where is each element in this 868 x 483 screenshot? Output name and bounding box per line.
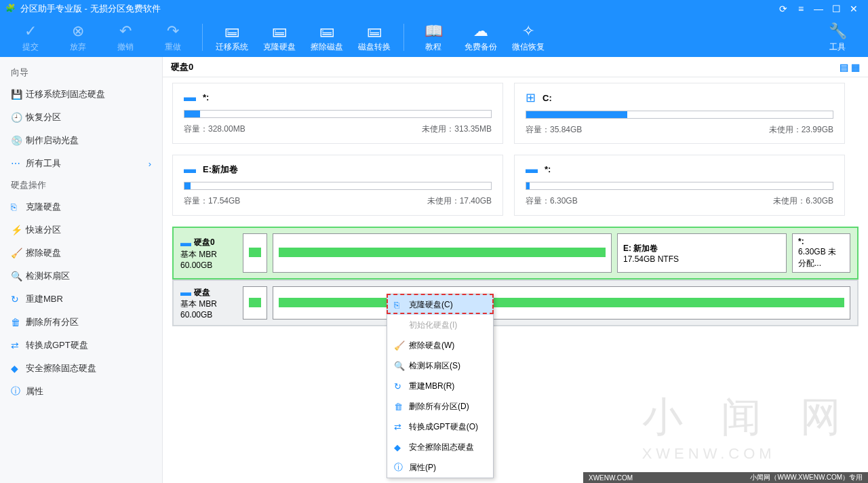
sidebar-icon: 💾 [11, 89, 26, 100]
context-menu-item[interactable]: ⓘ属性(P) [387, 457, 493, 478]
menu-item-icon: 🧹 [394, 341, 409, 351]
sidebar-icon: ⚡ [11, 225, 26, 235]
wipe-button[interactable]: 🖴擦除磁盘 [303, 22, 351, 53]
wechat-button[interactable]: ✧微信恢复 [505, 22, 552, 53]
sidebar-icon: 🔍 [11, 271, 26, 282]
maximize-icon[interactable]: ☐ [827, 3, 845, 14]
commit-button[interactable]: ✓提交 [7, 22, 54, 53]
backup-icon: ☁ [473, 22, 488, 40]
partition-card[interactable]: ⊞C: 容量：35.84GB未使用：23.99GB [514, 83, 845, 144]
convert-icon: 🖴 [367, 22, 382, 40]
sidebar-item[interactable]: ⇄转换成GPT硬盘 [0, 334, 162, 357]
menu-item-label: 擦除硬盘(W) [409, 340, 454, 351]
disk-label: ▬硬盘0 基本 MBR60.00GB [180, 233, 237, 273]
capacity-label: 容量：35.84GB [526, 124, 582, 136]
menu-item-icon: 🗑 [394, 402, 409, 412]
wrench-icon: 🔧 [829, 22, 847, 40]
context-menu-item[interactable]: ⎘克隆硬盘(C) [387, 294, 493, 315]
menu-item-label: 初始化硬盘(I) [409, 320, 457, 331]
context-menu-item[interactable]: ◆安全擦除固态硬盘 [387, 437, 493, 457]
sidebar-item[interactable]: ↻重建MBR [0, 288, 162, 311]
menu-item-icon: 🔍 [394, 361, 409, 371]
usage-bar [526, 182, 833, 190]
window-title: 分区助手专业版 - 无损分区免费软件 [20, 3, 774, 15]
context-menu-item[interactable]: ↻重建MBR(R) [387, 376, 493, 396]
partition-segment[interactable] [243, 233, 267, 273]
partition-segment[interactable]: E: 新加卷17.54GB NTFS [617, 233, 787, 273]
context-menu-item[interactable]: 🗑删除所有分区(D) [387, 396, 493, 417]
usage-bar [526, 111, 833, 119]
view-switch-icon[interactable]: ▤ ▦ [840, 62, 860, 73]
redo-button[interactable]: ↷重做 [149, 22, 197, 53]
sidebar-icon: ⎘ [11, 201, 26, 212]
partition-sub: 6.30GB 未分配... [798, 246, 844, 269]
menu-item-icon: ⎘ [394, 300, 409, 310]
sidebar-item[interactable]: 🔍检测坏扇区 [0, 265, 162, 288]
disk-bar[interactable]: ▬硬盘0 基本 MBR60.00GBE: 新加卷17.54GB NTFS*:6.… [172, 227, 859, 279]
close-icon[interactable]: ✕ [845, 3, 863, 14]
sidebar-item[interactable]: 🗑删除所有分区 [0, 311, 162, 334]
context-menu: ⎘克隆硬盘(C)初始化硬盘(I)🧹擦除硬盘(W)🔍检测坏扇区(S)↻重建MBR(… [387, 294, 494, 478]
sidebar-item[interactable]: 🕘恢复分区 [0, 106, 162, 129]
drive-icon: ▬ [184, 90, 196, 104]
drive-name: E:新加卷 [203, 163, 238, 176]
context-menu-item[interactable]: 🧹擦除硬盘(W) [387, 335, 493, 355]
sidebar-item-label: 安全擦除固态硬盘 [26, 362, 96, 374]
disk-bars: ▬硬盘0 基本 MBR60.00GBE: 新加卷17.54GB NTFS*:6.… [163, 221, 868, 326]
free-label: 未使用：6.30GB [773, 195, 833, 207]
sidebar-item-label: 擦除硬盘 [26, 247, 61, 259]
sidebar-item[interactable]: 💿制作启动光盘 [0, 129, 162, 152]
cancel-icon: ⊗ [72, 22, 84, 40]
refresh-icon[interactable]: ⟳ [774, 3, 792, 14]
convert-button[interactable]: 🖴磁盘转换 [351, 22, 398, 53]
drive-icon: ▬ [184, 162, 196, 176]
context-menu-item: 初始化硬盘(I) [387, 315, 493, 335]
sidebar: 向导 💾迁移系统到固态硬盘🕘恢复分区💿制作启动光盘⋯所有工具› 硬盘操作 ⎘克隆… [0, 57, 163, 483]
partition-segment[interactable] [243, 286, 267, 320]
titlebar: 🧩 分区助手专业版 - 无损分区免费软件 ⟳ ≡ — ☐ ✕ [0, 0, 868, 18]
backup-button[interactable]: ☁免费备份 [457, 22, 505, 53]
partition-segment[interactable] [273, 286, 850, 320]
sidebar-icon: ⇄ [11, 340, 26, 351]
minimize-icon[interactable]: — [810, 3, 827, 14]
disk-label: ▬硬盘 基本 MBR60.00GB [180, 286, 237, 320]
main: 向导 💾迁移系统到固态硬盘🕘恢复分区💿制作启动光盘⋯所有工具› 硬盘操作 ⎘克隆… [0, 57, 868, 483]
sidebar-icon: ⋯ [11, 158, 26, 169]
tutorial-button[interactable]: 📖教程 [410, 22, 457, 53]
partition-card[interactable]: ▬*: 容量：328.00MB未使用：313.35MB [172, 83, 503, 144]
disk-bar[interactable]: ▬硬盘 基本 MBR60.00GB [172, 279, 859, 326]
sidebar-item[interactable]: ⋯所有工具› [0, 152, 162, 175]
partition-segment[interactable] [273, 233, 612, 273]
clone-button[interactable]: 🖴克隆硬盘 [256, 22, 303, 53]
discard-button[interactable]: ⊗放弃 [54, 22, 102, 53]
sidebar-item-label: 转换成GPT硬盘 [26, 339, 88, 351]
partition-segment[interactable]: *:6.30GB 未分配... [792, 233, 850, 273]
sidebar-item[interactable]: ⓘ属性 [0, 380, 162, 403]
toolbar: ✓提交 ⊗放弃 ↶撤销 ↷重做 🖴迁移系统 🖴克隆硬盘 🖴擦除磁盘 🖴磁盘转换 … [0, 18, 868, 57]
sidebar-icon: 🕘 [11, 112, 26, 123]
migrate-button[interactable]: 🖴迁移系统 [208, 22, 256, 53]
free-label: 未使用：313.35MB [422, 123, 492, 135]
undo-button[interactable]: ↶撤销 [102, 22, 149, 53]
sidebar-item-label: 克隆硬盘 [26, 201, 61, 213]
clone-icon: 🖴 [272, 22, 287, 40]
drive-name: C: [542, 93, 552, 103]
menu-item-label: 克隆硬盘(C) [409, 299, 453, 311]
content: 硬盘0 ▤ ▦ ▬*: 容量：328.00MB未使用：313.35MB⊞C: 容… [163, 57, 868, 483]
tools-button[interactable]: 🔧工具 [814, 22, 861, 53]
context-menu-item[interactable]: ⇄转换成GPT硬盘(O) [387, 417, 493, 437]
usage-bar [184, 110, 492, 118]
partition-card[interactable]: ▬*: 容量：6.30GB未使用：6.30GB [514, 155, 845, 216]
sidebar-icon: ◆ [11, 363, 26, 374]
menu-icon[interactable]: ≡ [792, 3, 810, 14]
sidebar-item[interactable]: ⎘克隆硬盘 [0, 195, 162, 218]
sidebar-item[interactable]: ⚡快速分区 [0, 218, 162, 242]
menu-item-icon: ⓘ [394, 461, 409, 474]
menu-item-label: 删除所有分区(D) [409, 401, 469, 412]
sidebar-item[interactable]: ◆安全擦除固态硬盘 [0, 357, 162, 380]
context-menu-item[interactable]: 🔍检测坏扇区(S) [387, 355, 493, 376]
sidebar-item-label: 属性 [26, 385, 43, 398]
partition-card[interactable]: ▬E:新加卷 容量：17.54GB未使用：17.40GB [172, 155, 503, 216]
sidebar-item[interactable]: 💾迁移系统到固态硬盘 [0, 83, 162, 106]
sidebar-item[interactable]: 🧹擦除硬盘 [0, 242, 162, 265]
